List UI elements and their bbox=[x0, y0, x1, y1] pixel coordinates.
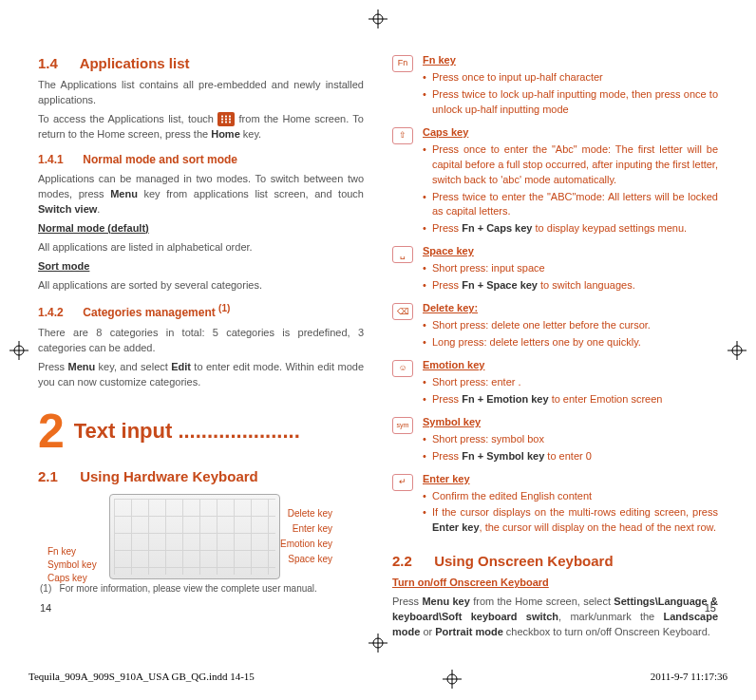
feature-fn-key: Fn Fn key Press once to input up-half ch… bbox=[392, 53, 718, 120]
caps-key-icon: ⇧ bbox=[392, 127, 413, 144]
list-item: Press once to enter the "Abc" mode: The … bbox=[423, 142, 718, 188]
emotion-key-title: Emotion key bbox=[423, 358, 718, 373]
section-title: Categories management (1) bbox=[83, 306, 230, 319]
section-title: Using Onscreen Keyboard bbox=[434, 553, 613, 569]
print-date: 2011-9-7 11:17:36 bbox=[651, 670, 728, 689]
feature-delete-key: ⌫ Delete key: Short press: delete one le… bbox=[392, 301, 718, 352]
delete-key-title: Delete key: bbox=[423, 301, 718, 316]
enter-key-title: Enter key bbox=[423, 472, 718, 487]
list-item: Short press: symbol box bbox=[423, 432, 718, 447]
registration-mark-footer-icon bbox=[443, 670, 462, 689]
feature-symbol-key: sym Symbol key Short press: symbol box P… bbox=[392, 415, 718, 466]
page-number-right: 15 bbox=[705, 601, 716, 616]
list-item: Confirm the edited English content bbox=[423, 489, 718, 504]
section-2.2-heading: 2.2 Using Onscreen Keyboard bbox=[392, 551, 718, 572]
list-item: Short press: enter . bbox=[423, 375, 718, 390]
emotion-key-icon: ☺ bbox=[392, 360, 413, 377]
label-symbol-key: Symbol key bbox=[47, 558, 97, 573]
symbol-key-list: Short press: symbol box Press Fn + Symbo… bbox=[423, 432, 718, 464]
section-number: 1.4.2 bbox=[38, 305, 80, 321]
page-number-left: 14 bbox=[40, 601, 51, 616]
feature-emotion-key: ☺ Emotion key Short press: enter . Press… bbox=[392, 358, 718, 409]
sort-mode-subheading: Sort mode bbox=[38, 259, 364, 274]
list-item: Press Fn + Emotion key to enter Emotion … bbox=[423, 392, 718, 407]
section-1.4.2-p2: Press Menu key, and select Edit to enter… bbox=[38, 360, 364, 390]
section-title: Applications list bbox=[80, 55, 190, 71]
symbol-key-icon: sym bbox=[392, 417, 413, 434]
normal-mode-subheading: Normal mode (default) bbox=[38, 221, 364, 236]
enter-key-icon: ↵ bbox=[392, 474, 413, 491]
right-column: Fn Fn key Press once to input up-half ch… bbox=[392, 47, 718, 672]
turn-onoff-desc: Press Menu key from the Home screen, sel… bbox=[392, 595, 718, 640]
label-fn-key: Fn key bbox=[47, 545, 76, 559]
fn-key-icon: Fn bbox=[392, 55, 413, 72]
footnote-sup: (1) bbox=[218, 303, 230, 313]
section-1.4-p1: The Applications list contains all pre-e… bbox=[38, 78, 364, 108]
feature-enter-key: ↵ Enter key Confirm the edited English c… bbox=[392, 472, 718, 539]
print-filename: Tequila_909A_909S_910A_USA GB_QG.indd 14… bbox=[28, 670, 255, 689]
list-item: Press Fn + Space key to switch languages… bbox=[423, 278, 718, 293]
space-key-title: Space key bbox=[423, 244, 718, 259]
delete-key-list: Short press: delete one letter before th… bbox=[423, 318, 718, 350]
symbol-key-title: Symbol key bbox=[423, 415, 718, 430]
feature-space-key: ␣ Space key Short press: input space Pre… bbox=[392, 244, 718, 295]
chapter-title: Text input ..................... bbox=[74, 416, 300, 446]
section-2.1-heading: 2.1 Using Hardware Keyboard bbox=[38, 466, 364, 487]
caps-key-title: Caps key bbox=[423, 125, 718, 141]
footnote-text: For more information, please view the co… bbox=[60, 583, 317, 594]
list-item: If the cursor displays on the multi-rows… bbox=[423, 505, 718, 536]
applications-grid-icon bbox=[217, 112, 235, 126]
left-column: 1.4 Applications list The Applications l… bbox=[38, 47, 364, 672]
space-key-icon: ␣ bbox=[392, 246, 413, 263]
fn-key-title: Fn key bbox=[423, 53, 718, 68]
section-1.4.1-heading: 1.4.1 Normal mode and sort mode bbox=[38, 152, 364, 168]
section-1.4.2-heading: 1.4.2 Categories management (1) bbox=[38, 302, 364, 321]
emotion-key-list: Short press: enter . Press Fn + Emotion … bbox=[423, 375, 718, 407]
print-info-bar: Tequila_909A_909S_910A_USA GB_QG.indd 14… bbox=[28, 670, 728, 689]
list-item: Long press: delete letters one by one qu… bbox=[423, 335, 718, 350]
label-emotion-key: Emotion key bbox=[280, 538, 332, 552]
section-number: 1.4.1 bbox=[38, 152, 80, 168]
sort-mode-desc: All applications are sorted by several c… bbox=[38, 278, 364, 293]
list-item: Short press: delete one letter before th… bbox=[423, 318, 718, 333]
section-1.4.1-p1: Applications can be managed in two modes… bbox=[38, 172, 364, 218]
footnote-marker: (1) bbox=[40, 583, 51, 594]
caps-key-list: Press once to enter the "Abc" mode: The … bbox=[423, 142, 718, 237]
fn-key-list: Press once to input up-half character Pr… bbox=[423, 70, 718, 118]
section-number: 1.4 bbox=[38, 53, 76, 74]
section-number: 2.2 bbox=[392, 551, 430, 572]
list-item: Press once to input up-half character bbox=[423, 70, 718, 85]
enter-key-list: Confirm the edited English content If th… bbox=[423, 489, 718, 537]
label-space-key: Space key bbox=[288, 553, 332, 567]
keyboard-image bbox=[109, 494, 280, 579]
section-1.4.2-p1: There are 8 categories in total: 5 categ… bbox=[38, 326, 364, 356]
section-1.4-heading: 1.4 Applications list bbox=[38, 53, 364, 74]
list-item: Press Fn + Caps key to display keypad se… bbox=[423, 221, 718, 236]
section-title: Normal mode and sort mode bbox=[83, 153, 237, 166]
label-enter-key: Enter key bbox=[293, 522, 332, 537]
label-delete-key: Delete key bbox=[288, 507, 332, 521]
feature-caps-key: ⇧ Caps key Press once to enter the "Abc"… bbox=[392, 125, 718, 239]
normal-mode-desc: All applications are listed in alphabeti… bbox=[38, 240, 364, 255]
delete-key-icon: ⌫ bbox=[392, 303, 413, 320]
space-key-list: Short press: input space Press Fn + Spac… bbox=[423, 261, 718, 293]
section-number: 2.1 bbox=[38, 466, 76, 487]
chapter-number: 2 bbox=[38, 407, 65, 455]
list-item: Press twice to enter the "ABC"mode: All … bbox=[423, 190, 718, 220]
footnote: (1) For more information, please view th… bbox=[40, 582, 353, 596]
list-item: Press twice to lock up-half inputting mo… bbox=[423, 87, 718, 118]
list-item: Short press: input space bbox=[423, 261, 718, 276]
section-title: Using Hardware Keyboard bbox=[80, 468, 258, 484]
chapter-2-heading: 2 Text input ..................... bbox=[38, 407, 364, 455]
section-1.4-p2: To access the Applications list, touch f… bbox=[38, 112, 364, 142]
turn-onoff-subheading: Turn on/off Onscreen Keyboard bbox=[392, 576, 718, 591]
list-item: Press Fn + Symbol key to enter 0 bbox=[423, 449, 718, 464]
